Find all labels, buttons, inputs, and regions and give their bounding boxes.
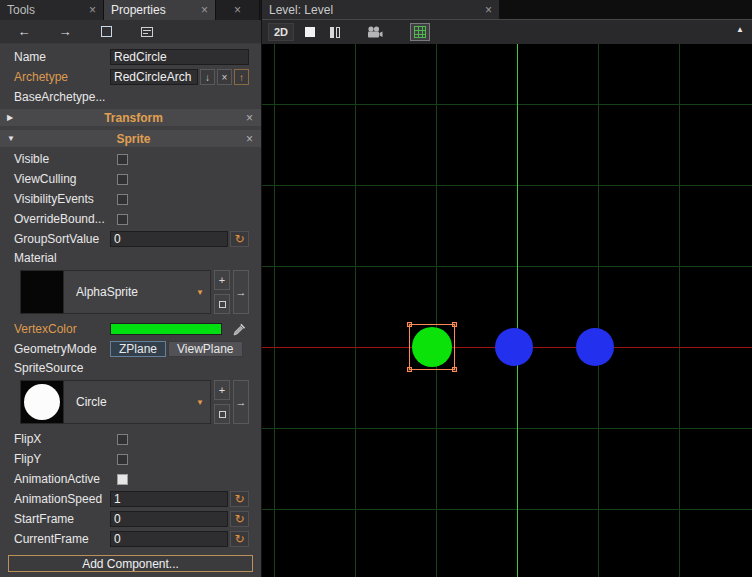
overridebound-control bbox=[110, 214, 249, 225]
background-color-button[interactable] bbox=[301, 23, 319, 41]
material-preview[interactable] bbox=[20, 270, 64, 314]
tab-level[interactable]: Level: Level × bbox=[262, 0, 500, 19]
clone-icon bbox=[219, 411, 226, 418]
plus-icon: + bbox=[219, 274, 225, 286]
spritesource-mini-buttons: + bbox=[214, 380, 230, 424]
spritesource-label-row: SpriteSource bbox=[0, 359, 261, 377]
spritesource-new-button[interactable]: + bbox=[214, 380, 230, 400]
spritesource-goto-button[interactable]: → bbox=[233, 380, 249, 424]
reset-value-button[interactable]: ↻ bbox=[230, 511, 249, 527]
eyedropper-button[interactable] bbox=[230, 321, 249, 337]
visibilityevents-checkbox[interactable] bbox=[117, 194, 128, 205]
startframe-input[interactable] bbox=[110, 511, 228, 527]
flipx-control bbox=[110, 434, 249, 445]
selection-handle-tl[interactable] bbox=[407, 322, 412, 327]
tab-tools[interactable]: Tools × bbox=[0, 0, 104, 20]
overridebound-checkbox[interactable] bbox=[117, 214, 128, 225]
selection-box[interactable] bbox=[409, 324, 455, 370]
material-new-button[interactable]: + bbox=[214, 270, 230, 290]
collapse-icon[interactable]: ▼ bbox=[7, 134, 21, 143]
prefab-apply-icon: ↑ bbox=[239, 72, 244, 83]
reset-value-button[interactable]: ↻ bbox=[230, 231, 249, 247]
reset-value-button[interactable]: ↻ bbox=[230, 531, 249, 547]
collapse-panel-icon[interactable]: ▲ bbox=[736, 25, 744, 34]
tab-hidden[interactable]: × bbox=[216, 0, 260, 20]
close-icon[interactable]: × bbox=[234, 4, 241, 16]
prefab-save-icon: ↓ bbox=[205, 72, 210, 83]
flipy-control bbox=[110, 454, 249, 465]
background-color-icon bbox=[305, 27, 315, 37]
close-icon[interactable]: × bbox=[246, 132, 253, 146]
frame-icon bbox=[101, 26, 112, 37]
currentframe-input[interactable] bbox=[110, 531, 228, 547]
forward-button[interactable]: → bbox=[53, 23, 77, 41]
spritesource-dropdown[interactable]: Circle ▼ bbox=[64, 380, 211, 424]
material-dropdown[interactable]: AlphaSprite ▼ bbox=[64, 270, 211, 314]
property-grid: Name Archetype ↓ × ↑ BaseArchetype... ▶ bbox=[0, 44, 261, 577]
prefab-apply-button[interactable]: ↑ bbox=[234, 69, 249, 85]
spritesource-clone-button[interactable] bbox=[214, 404, 230, 424]
selection-handle-tr[interactable] bbox=[452, 322, 457, 327]
animationspeed-input[interactable] bbox=[110, 491, 228, 507]
viewculling-checkbox[interactable] bbox=[117, 174, 128, 185]
flipy-checkbox[interactable] bbox=[117, 454, 128, 465]
close-icon[interactable]: × bbox=[89, 4, 96, 16]
prefab-save-button[interactable]: ↓ bbox=[200, 69, 215, 85]
name-control bbox=[110, 49, 249, 65]
close-icon[interactable]: × bbox=[201, 4, 208, 16]
geometrymode-option-zplane[interactable]: ZPlane bbox=[110, 341, 166, 357]
geometrymode-option-viewplane[interactable]: ViewPlane bbox=[168, 341, 242, 357]
chevron-down-icon: ▼ bbox=[196, 288, 204, 297]
name-label: Name bbox=[14, 50, 110, 64]
plus-icon: + bbox=[219, 384, 225, 396]
expand-icon[interactable]: ▶ bbox=[7, 113, 21, 122]
render-setup-button[interactable] bbox=[326, 23, 344, 41]
tab-tools-label: Tools bbox=[7, 3, 35, 17]
close-icon[interactable]: × bbox=[246, 111, 253, 125]
close-icon[interactable]: × bbox=[485, 4, 492, 16]
material-goto-button[interactable]: → bbox=[233, 270, 249, 314]
reset-icon: ↻ bbox=[234, 492, 244, 506]
lock-view-button[interactable] bbox=[94, 23, 118, 41]
camera-select-button[interactable] bbox=[363, 23, 387, 41]
blue-circle-1[interactable] bbox=[495, 328, 533, 366]
spritesource-preview[interactable] bbox=[20, 380, 64, 424]
sprite-section-title: Sprite bbox=[21, 132, 246, 146]
animationactive-checkbox[interactable] bbox=[117, 474, 128, 485]
archetype-input[interactable] bbox=[110, 69, 198, 85]
visible-checkbox[interactable] bbox=[117, 154, 128, 165]
back-button[interactable]: ← bbox=[12, 23, 36, 41]
groupsortvalue-input[interactable] bbox=[110, 231, 228, 247]
sort-icon bbox=[141, 27, 153, 37]
prefab-break-button[interactable]: × bbox=[217, 69, 232, 85]
tab-properties[interactable]: Properties × bbox=[104, 0, 216, 20]
prefab-break-icon: × bbox=[222, 72, 228, 83]
transform-section-header[interactable]: ▶ Transform × bbox=[0, 109, 261, 126]
grid-icon bbox=[414, 26, 426, 38]
material-clone-button[interactable] bbox=[214, 294, 230, 314]
selection-handle-br[interactable] bbox=[452, 367, 457, 372]
currentframe-label: CurrentFrame bbox=[14, 532, 110, 546]
name-input[interactable] bbox=[110, 49, 249, 65]
blue-circle-2[interactable] bbox=[576, 328, 614, 366]
vertex-color-swatch[interactable] bbox=[110, 323, 222, 335]
level-viewport[interactable] bbox=[262, 44, 752, 577]
sort-mode-button[interactable] bbox=[135, 23, 159, 41]
flipy-label: FlipY bbox=[14, 452, 110, 466]
spritesource-editor: Circle ▼ + → bbox=[0, 377, 261, 427]
grid-toggle-button[interactable] bbox=[410, 23, 430, 41]
selection-handle-bl[interactable] bbox=[407, 367, 412, 372]
visibilityevents-control bbox=[110, 194, 249, 205]
groupsortvalue-row: GroupSortValue ↻ bbox=[0, 229, 261, 249]
flipx-checkbox[interactable] bbox=[117, 434, 128, 445]
camview-toolbar: 2D ▲ bbox=[262, 20, 752, 44]
material-label: Material bbox=[14, 251, 249, 265]
sprite-section-header[interactable]: ▼ Sprite × bbox=[0, 130, 261, 147]
view-mode-button[interactable]: 2D bbox=[268, 23, 294, 41]
material-label-row: Material bbox=[0, 249, 261, 267]
reset-value-button[interactable]: ↻ bbox=[230, 491, 249, 507]
material-editor: AlphaSprite ▼ + → bbox=[0, 267, 261, 317]
startframe-control: ↻ bbox=[110, 511, 249, 527]
base-archetype-label: BaseArchetype... bbox=[14, 90, 249, 104]
add-component-button[interactable]: Add Component... bbox=[8, 555, 253, 572]
